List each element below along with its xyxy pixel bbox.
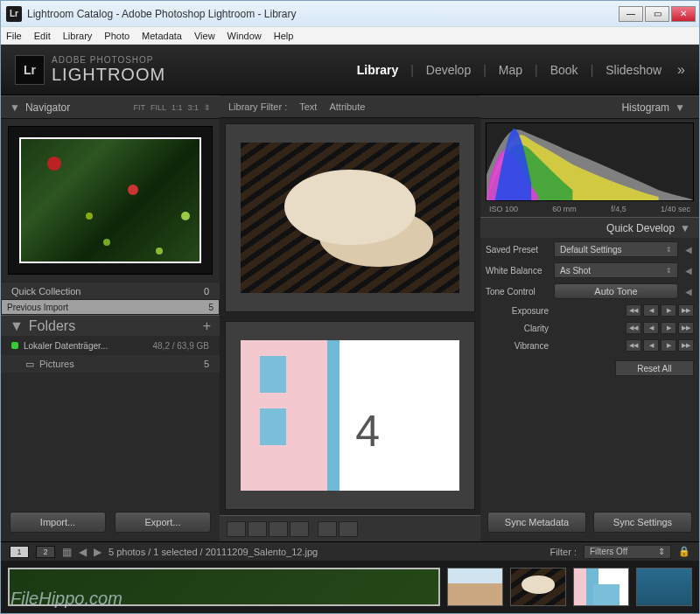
folder-pictures[interactable]: ▭ Pictures 5 <box>1 355 220 373</box>
histogram-header[interactable]: Histogram ▼ <box>480 96 699 119</box>
filmstrip-thumb-1[interactable] <box>8 568 440 606</box>
chevron-up-down-icon: ⇕ <box>658 547 665 556</box>
menu-file[interactable]: File <box>6 31 22 41</box>
monitor-2-button[interactable]: 2 <box>36 546 55 558</box>
filmstrip-thumb-5[interactable] <box>636 568 692 606</box>
chevron-left-icon[interactable]: ◀ <box>683 245 694 255</box>
import-button[interactable]: Import... <box>10 512 106 533</box>
navigator-title: Navigator <box>25 101 70 114</box>
nav-fill[interactable]: FILL <box>150 103 166 112</box>
previous-import-row[interactable]: Previous Import 5 <box>1 299 220 315</box>
grid-index: 4 <box>355 406 380 457</box>
histogram-shutter: 1/40 sec <box>661 205 690 213</box>
grid-icon[interactable]: ▦ <box>62 546 72 558</box>
sort-button[interactable] <box>318 521 337 537</box>
saved-preset-label: Saved Preset <box>486 245 549 255</box>
menu-library[interactable]: Library <box>63 31 93 41</box>
filter-value: Filters Off <box>590 547 627 556</box>
prev-icon[interactable]: ◀ <box>79 546 87 558</box>
module-library[interactable]: Library <box>357 63 398 77</box>
auto-tone-button[interactable]: Auto Tone <box>554 283 678 299</box>
menubar: File Edit Library Photo Metadata View Wi… <box>1 27 699 45</box>
drive-row[interactable]: Lokaler Datenträger... 48,2 / 63,9 GB <box>1 336 220 355</box>
reset-all-button[interactable]: Reset All <box>615 360 694 376</box>
histogram-chart <box>486 122 694 201</box>
white-balance-label: White Balance <box>486 266 549 276</box>
menu-window[interactable]: Window <box>228 31 262 41</box>
chevron-left-icon[interactable]: ◀ <box>683 287 694 297</box>
filter-text[interactable]: Text <box>299 101 317 112</box>
saved-preset-select[interactable]: Default Settings ⇕ <box>554 241 678 257</box>
sync-metadata-button[interactable]: Sync Metadata <box>487 512 586 533</box>
folders-header[interactable]: ▼ Folders + <box>1 315 220 336</box>
clarity-steppers[interactable]: ◀◀◀▶▶▶ <box>626 322 694 334</box>
nav-1to1[interactable]: 1:1 <box>172 103 183 112</box>
logo-icon: Lr <box>15 55 45 85</box>
left-panel: ▼ Navigator FIT FILL 1:1 3:1 ⇕ Quick <box>1 95 220 541</box>
module-map[interactable]: Map <box>499 63 522 77</box>
module-slideshow[interactable]: Slideshow <box>606 63 662 77</box>
export-button[interactable]: Export... <box>115 512 211 533</box>
sync-settings-button[interactable]: Sync Settings <box>593 512 692 533</box>
grid-cell-2[interactable]: 4 <box>225 321 475 510</box>
filmstrip <box>1 561 699 613</box>
clarity-label: Clarity <box>486 324 549 333</box>
white-balance-value: As Shot <box>560 266 591 276</box>
drive-name: Lokaler Datenträger... <box>24 341 108 351</box>
view-loupe-button[interactable] <box>248 521 267 537</box>
vibrance-label: Vibrance <box>486 341 549 351</box>
filmstrip-thumb-4[interactable] <box>573 568 629 606</box>
navigator-preview[interactable] <box>8 126 213 275</box>
menu-metadata[interactable]: Metadata <box>142 31 182 41</box>
white-balance-select[interactable]: As Shot ⇕ <box>554 262 678 278</box>
histogram-focal: 60 mm <box>552 205 577 213</box>
filmstrip-thumb-3[interactable] <box>510 568 566 606</box>
view-grid-button[interactable] <box>227 521 246 537</box>
add-folder-icon[interactable]: + <box>203 318 211 334</box>
nav-fit[interactable]: FIT <box>133 103 145 112</box>
quick-develop-header[interactable]: Quick Develop ▼ <box>480 217 699 238</box>
chevron-left-icon[interactable]: ◀ <box>683 266 694 276</box>
navigator-header[interactable]: ▼ Navigator FIT FILL 1:1 3:1 ⇕ <box>1 96 220 119</box>
previous-import-count: 5 <box>208 303 214 312</box>
library-filter-label: Library Filter : <box>228 101 287 112</box>
monitor-1-button[interactable]: 1 <box>10 546 29 558</box>
module-picker: Library| Develop| Map| Book| Slideshow » <box>357 62 685 78</box>
histogram-title: Histogram <box>621 101 669 114</box>
chevron-up-down-icon: ⇕ <box>666 246 672 254</box>
close-button[interactable]: ✕ <box>671 6 696 22</box>
view-compare-button[interactable] <box>269 521 288 537</box>
minimize-button[interactable]: — <box>619 6 643 22</box>
filter-select[interactable]: Filters Off ⇕ <box>584 545 671 559</box>
menu-edit[interactable]: Edit <box>34 31 51 41</box>
module-develop[interactable]: Develop <box>426 63 471 77</box>
chevron-up-down-icon: ⇕ <box>666 267 672 275</box>
brand-main: LIGHTROOM <box>52 65 165 84</box>
filmstrip-thumb-2[interactable] <box>447 568 503 606</box>
exposure-steppers[interactable]: ◀◀◀▶▶▶ <box>626 304 694 317</box>
chevron-up-down-icon[interactable]: ⇕ <box>204 103 211 112</box>
grid-toolbar <box>220 515 480 541</box>
grid-cell-1[interactable] <box>225 123 475 312</box>
next-icon[interactable]: ▶ <box>94 546 102 558</box>
maximize-button[interactable]: ▭ <box>645 6 669 22</box>
triangle-down-icon: ▼ <box>675 101 685 114</box>
menu-help[interactable]: Help <box>274 31 294 41</box>
more-modules-icon[interactable]: » <box>677 62 685 78</box>
brand-sup: ADOBE PHOTOSHOP <box>52 55 165 65</box>
right-panel: Histogram ▼ ISO 100 60 mm f/4,5 <box>480 95 699 541</box>
view-survey-button[interactable] <box>290 521 309 537</box>
filter-attribute[interactable]: Attribute <box>329 101 365 112</box>
window-title: Lightroom Catalog - Adobe Photoshop Ligh… <box>27 8 617 20</box>
quick-collection-row[interactable]: Quick Collection 0 <box>1 282 220 299</box>
sort-order-button[interactable] <box>339 521 358 537</box>
nav-3to1[interactable]: 3:1 <box>187 103 199 112</box>
app-icon: Lr <box>6 6 22 22</box>
lock-icon[interactable]: 🔒 <box>678 546 690 557</box>
folders-title: Folders <box>29 318 75 334</box>
drive-usage: 48,2 / 63,9 GB <box>153 341 210 351</box>
module-book[interactable]: Book <box>550 63 578 77</box>
menu-photo[interactable]: Photo <box>104 31 130 41</box>
menu-view[interactable]: View <box>194 31 215 41</box>
vibrance-steppers[interactable]: ◀◀◀▶▶▶ <box>626 339 694 352</box>
